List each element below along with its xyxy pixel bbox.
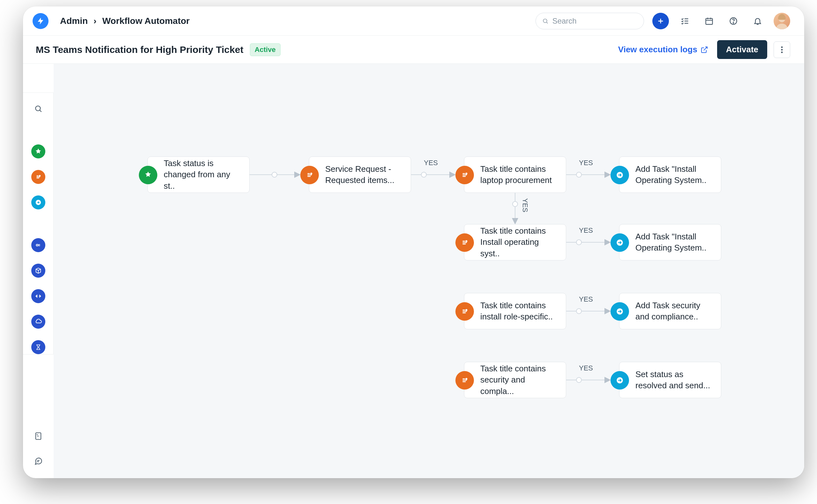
yes-label: YES — [424, 159, 438, 167]
node-trigger[interactable]: Task status is changed from any st.. — [147, 157, 250, 193]
tool-notes[interactable] — [31, 429, 45, 443]
help-icon[interactable] — [725, 13, 742, 29]
yes-label: YES — [579, 226, 593, 235]
node-label: Add Task "Install Operating System.. — [636, 231, 714, 253]
svg-point-61 — [466, 241, 467, 242]
page-title: MS Teams Notification for High Priority … — [36, 44, 244, 55]
action-icon — [610, 302, 629, 321]
action-icon — [610, 166, 629, 184]
node-label: Task title contains security and compla.… — [480, 363, 559, 397]
node-condition-laptop-procurement[interactable]: Task title contains laptop procurement — [464, 157, 566, 193]
tool-split[interactable] — [31, 289, 45, 303]
condition-icon — [300, 166, 319, 184]
topbar: Admin › Workflow Automator — [23, 6, 804, 36]
node-action-security-compliance[interactable]: Add Task security and compliance.. — [619, 293, 721, 329]
tool-trigger[interactable] — [31, 144, 45, 158]
svg-point-12 — [733, 22, 734, 23]
svg-point-36 — [272, 172, 277, 177]
node-label: Add Task "Install Operating System.. — [636, 164, 714, 186]
svg-point-23 — [39, 175, 40, 176]
app-window: Admin › Workflow Automator — [23, 6, 804, 478]
svg-point-44 — [576, 240, 581, 245]
app-logo[interactable] — [33, 13, 48, 29]
condition-icon — [455, 371, 474, 390]
svg-point-16 — [781, 49, 783, 50]
svg-line-14 — [704, 47, 707, 50]
yes-label: YES — [521, 198, 529, 212]
search-icon — [542, 18, 548, 25]
node-action-install-os-1[interactable]: Add Task "Install Operating System.. — [619, 157, 721, 193]
tool-action[interactable] — [31, 195, 45, 209]
search-input-wrap[interactable] — [535, 13, 644, 29]
svg-point-46 — [576, 309, 581, 314]
connectors — [54, 64, 804, 478]
new-button[interactable] — [652, 13, 669, 29]
topbar-actions — [652, 13, 790, 29]
condition-icon — [455, 233, 474, 252]
svg-point-71 — [466, 378, 467, 379]
svg-line-19 — [40, 110, 41, 112]
view-execution-logs-link[interactable]: View execution logs — [618, 45, 708, 55]
node-label: Set status as resolved and send... — [636, 369, 714, 391]
action-icon — [610, 371, 629, 390]
user-avatar[interactable] — [774, 13, 790, 29]
tool-cloud[interactable] — [31, 315, 45, 329]
node-condition-role-specific[interactable]: Task title contains install role-specifi… — [464, 293, 566, 329]
node-label: Task title contains Install operating sy… — [480, 225, 559, 259]
status-badge: Active — [250, 43, 281, 56]
side-toolbar-footer — [23, 429, 54, 478]
subheader: MS Teams Notification for High Priority … — [23, 36, 804, 64]
side-toolbar — [23, 92, 54, 354]
chevron-right-icon: › — [93, 16, 96, 26]
yes-label: YES — [579, 364, 593, 372]
node-label: Task status is changed from any st.. — [164, 158, 242, 191]
node-condition-install-os[interactable]: Task title contains Install operating sy… — [464, 224, 566, 260]
node-action-resolve-send[interactable]: Set status as resolved and send... — [619, 362, 721, 398]
svg-point-0 — [543, 19, 547, 22]
svg-point-15 — [781, 46, 783, 48]
node-condition-service-request[interactable]: Service Request - Requested items... — [309, 157, 411, 193]
calendar-icon[interactable] — [701, 13, 718, 29]
tasks-icon[interactable] — [677, 13, 693, 29]
svg-point-18 — [35, 106, 40, 111]
breadcrumb-admin[interactable]: Admin — [60, 16, 88, 26]
svg-point-48 — [576, 377, 581, 383]
svg-point-17 — [781, 51, 783, 53]
svg-point-56 — [466, 173, 467, 174]
view-logs-label: View execution logs — [618, 45, 697, 55]
tool-search[interactable] — [31, 102, 45, 116]
yes-label: YES — [579, 159, 593, 167]
node-condition-security-compliance[interactable]: Task title contains security and compla.… — [464, 362, 566, 398]
external-link-icon — [701, 46, 708, 54]
svg-point-40 — [576, 172, 581, 177]
node-label: Task title contains install role-specifi… — [480, 300, 559, 322]
node-action-install-os-2[interactable]: Add Task "Install Operating System.. — [619, 224, 721, 260]
svg-point-25 — [36, 244, 38, 246]
breadcrumb: Admin › Workflow Automator — [60, 16, 189, 26]
tool-condition[interactable] — [31, 170, 45, 184]
tool-chat[interactable] — [31, 454, 45, 468]
svg-rect-7 — [706, 18, 713, 24]
tool-timer[interactable] — [31, 340, 45, 354]
activate-button[interactable]: Activate — [717, 40, 767, 59]
condition-icon — [455, 166, 474, 184]
search-input[interactable] — [552, 17, 637, 26]
svg-point-42 — [512, 201, 518, 207]
workflow-canvas[interactable]: YES YES YES YES YES YES Task status is c… — [54, 64, 804, 478]
svg-point-52 — [311, 173, 312, 174]
trigger-icon — [139, 166, 157, 184]
yes-label: YES — [579, 295, 593, 303]
node-label: Task title contains laptop procurement — [480, 164, 559, 186]
more-actions-button[interactable] — [774, 41, 790, 58]
tool-form[interactable] — [31, 238, 45, 252]
action-icon — [610, 233, 629, 252]
node-label: Service Request - Requested items... — [325, 164, 404, 186]
condition-icon — [455, 302, 474, 321]
bell-icon[interactable] — [749, 13, 766, 29]
svg-point-66 — [466, 310, 467, 310]
svg-line-1 — [547, 22, 548, 23]
svg-point-38 — [421, 172, 426, 177]
tool-package[interactable] — [31, 264, 45, 278]
node-label: Add Task security and compliance.. — [636, 300, 714, 322]
breadcrumb-workflow-automator[interactable]: Workflow Automator — [102, 16, 189, 26]
